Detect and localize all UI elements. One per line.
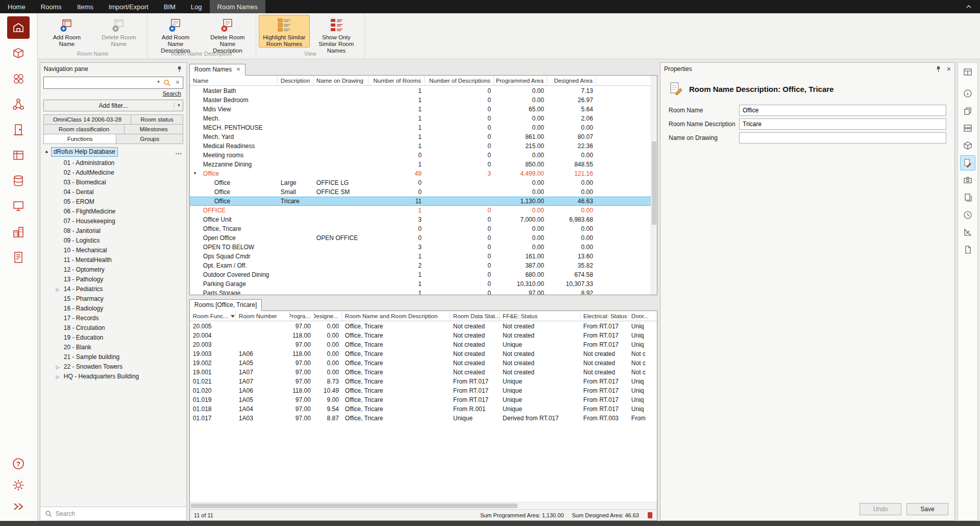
column-header-room-data-stat[interactable]: Room Data Stat...: [450, 311, 500, 321]
room-name-input[interactable]: [739, 105, 946, 116]
help-button[interactable]: ?: [8, 453, 29, 474]
column-header-electrical-status[interactable]: Electrical: Status: [580, 311, 628, 321]
column-header-ff-e-status[interactable]: FF&E: Status: [500, 311, 580, 321]
tree-item-09-logistics[interactable]: 09 - Logistics: [40, 236, 186, 246]
box-button[interactable]: [960, 138, 975, 153]
add-filter-button[interactable]: Add filter... ▾: [43, 100, 183, 111]
room-name-row-opt-exam-off[interactable]: Opt. Exam / Off.20387.0035.82: [190, 261, 651, 270]
room-row-19-003[interactable]: 19.0031A06118.000.00Office, TricareNot c…: [190, 349, 657, 358]
tree-item-01-administration[interactable]: 01 - Administration: [40, 158, 186, 168]
nav-search-input[interactable]: [43, 77, 183, 89]
room-name-row-open-to-below[interactable]: OPEN TO BELOW300.000.00: [190, 243, 651, 252]
close-panel-icon[interactable]: ×: [947, 66, 951, 72]
tree-item-07-housekeeping[interactable]: 07 - Housekeeping: [40, 217, 186, 226]
tree-root-menu-button[interactable]: ...: [176, 149, 182, 156]
tab-rooms-office-tricare[interactable]: Rooms [Office, Tricare]: [189, 299, 262, 311]
tree-item-14-pediatrics[interactable]: ▷14 - Pediatrics: [40, 284, 186, 294]
tree-search-input[interactable]: [56, 510, 182, 517]
copy-button[interactable]: [960, 103, 975, 118]
collapse-icon[interactable]: ▸: [44, 149, 50, 155]
tree-item-11-mentalhealth[interactable]: 11 - MentalHealth: [40, 255, 186, 265]
room-name-row-office-large[interactable]: OfficeLargeOFFICE LG00.000.00: [190, 178, 651, 187]
menu-item-log[interactable]: Log: [183, 0, 210, 13]
scrollbar-thumb[interactable]: [191, 504, 518, 508]
menu-item-items[interactable]: Items: [69, 0, 101, 13]
cards-button[interactable]: [960, 121, 975, 136]
column-header-designed-area[interactable]: Designed Area: [547, 76, 596, 85]
search-link[interactable]: Search: [162, 90, 181, 97]
database-button[interactable]: [7, 170, 30, 192]
tree-root-drofus-help-database[interactable]: ▸ dRofus Help Database ...: [40, 146, 186, 158]
filter-tab-omniclass-14-2006-03-28[interactable]: OmniClass 14 2006-03-28: [43, 114, 131, 125]
filter-tab-milestones[interactable]: Milestones: [124, 124, 183, 134]
scrollbar-thumb[interactable]: [652, 141, 656, 225]
filter-tab-functions[interactable]: Functions: [43, 134, 117, 144]
measure-button[interactable]: [960, 225, 975, 240]
edit-button[interactable]: [960, 155, 975, 171]
history-button[interactable]: [960, 207, 975, 223]
buildings-button[interactable]: [7, 221, 30, 243]
info-button[interactable]: [960, 86, 975, 101]
spheres-button[interactable]: [7, 67, 30, 90]
room-name-row-mech-yard[interactable]: Mech. Yard10861.0080.07: [190, 132, 651, 141]
undo-button[interactable]: Undo: [860, 503, 901, 515]
clear-search-icon[interactable]: ×: [176, 78, 180, 86]
tree-item-04-dental[interactable]: 04 - Dental: [40, 187, 186, 197]
document-button[interactable]: [960, 242, 975, 257]
column-header-name-on-drawing[interactable]: Name on Drawing: [313, 76, 369, 85]
room-name-row-master-bedroom[interactable]: Master Bedroom100.0026.97: [190, 95, 651, 105]
menu-item-import-export[interactable]: Import/Export: [101, 0, 156, 13]
close-tab-icon[interactable]: ×: [236, 67, 240, 72]
room-name-row-parts-storage[interactable]: Parts Storage1097.008.92: [190, 289, 651, 295]
add-room-name-button[interactable]: Add Room Name: [41, 15, 92, 47]
column-header-programmed-area[interactable]: Programmed Area: [494, 76, 547, 85]
room-name-row-mezzanine-dining[interactable]: Mezzanine Dining10850.00848.55: [190, 160, 651, 169]
tree-item-16-radiology[interactable]: 16 - Radiology: [40, 304, 186, 314]
room-name-row-mech-penthouse[interactable]: MECH. PENTHOUSE100.000.00: [190, 123, 651, 132]
room-row-20-003[interactable]: 20.00397.000.00Office, TricareNot create…: [190, 340, 657, 349]
show-only-similar-room-names-button[interactable]: Show Only Similar Room Names: [311, 15, 362, 47]
display-button[interactable]: [7, 195, 30, 218]
horizontal-scrollbar[interactable]: [190, 502, 657, 509]
room-name-row-office-unit[interactable]: Office Unit307,000.006,983.68: [190, 215, 651, 224]
room-name-description-input[interactable]: [739, 118, 946, 130]
tree-item-13-pathology[interactable]: 13 - Pathology: [40, 275, 186, 284]
save-button[interactable]: Save: [906, 503, 948, 515]
column-header-progra[interactable]: Progra...: [289, 311, 314, 321]
settings-button[interactable]: [8, 475, 29, 495]
column-header-designe[interactable]: Designe...: [314, 311, 342, 321]
network-button[interactable]: [7, 93, 30, 115]
column-header-room-func[interactable]: Room Func...: [190, 311, 236, 321]
ribbon-collapse-button[interactable]: [958, 0, 980, 13]
tree-item-21-sample-building[interactable]: 21 - Sample building: [40, 352, 186, 362]
tree-item-15-pharmacy[interactable]: 15 - Pharmacy: [40, 294, 186, 304]
room-row-01-019[interactable]: 01.0191A0597.009.00Office, TricareFrom R…: [190, 395, 657, 404]
room-row-19-001[interactable]: 19.0011A0797.000.00Office, TricareNot cr…: [190, 368, 657, 377]
column-header-description[interactable]: Description: [278, 76, 313, 85]
room-name-row-office[interactable]: OFFICE100.000.00: [190, 206, 651, 215]
tree-item-22-snowden-towers[interactable]: ▷22 - Snowden Towers: [40, 362, 186, 372]
menu-item-room-names[interactable]: Room Names: [210, 0, 265, 13]
column-header-door[interactable]: Door...: [628, 311, 657, 321]
menu-item-rooms[interactable]: Rooms: [33, 0, 69, 13]
filter-tab-groups[interactable]: Groups: [116, 134, 183, 144]
layout-button[interactable]: [960, 64, 975, 80]
vertical-scrollbar[interactable]: [651, 76, 657, 295]
add-room-name-description-button[interactable]: Add Room Name Description: [150, 15, 201, 47]
tree-item-20-blank[interactable]: 20 - Blank: [40, 343, 186, 352]
search-options-caret-icon[interactable]: ▾: [157, 79, 160, 84]
pin-icon[interactable]: [935, 66, 942, 73]
menu-item-bim[interactable]: BIM: [156, 0, 183, 13]
room-row-20-004[interactable]: 20.004118.000.00Office, TricareNot creat…: [190, 331, 657, 340]
column-header-room-number[interactable]: Room Number: [236, 311, 289, 321]
camera-button[interactable]: [960, 173, 975, 188]
tree-item-05-erom[interactable]: 05 - EROM: [40, 197, 186, 207]
tree-item-08-janitorial[interactable]: 08 - Janitorial: [40, 226, 186, 236]
delete-room-name-description-button[interactable]: Delete Room Name Description: [202, 15, 253, 47]
tab-room-names[interactable]: Room Names ×: [189, 64, 246, 76]
pin-icon[interactable]: [176, 66, 183, 73]
pages-button[interactable]: [960, 190, 975, 205]
collapse-icon[interactable]: ▾: [194, 171, 197, 176]
room-row-20-005[interactable]: 20.00597.000.00Office, TricareNot create…: [190, 322, 657, 331]
room-row-01-017[interactable]: 01.0171A0397.008.87Office, TricareUnique…: [190, 414, 657, 423]
